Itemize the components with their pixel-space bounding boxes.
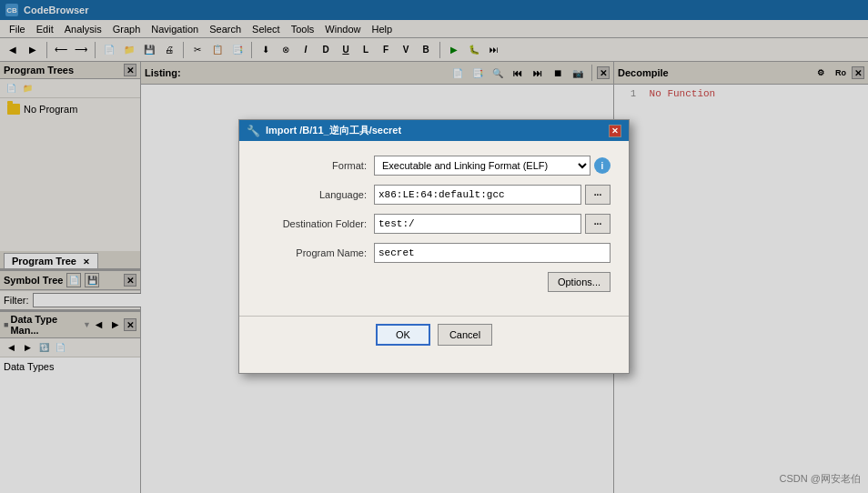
program-name-input[interactable] <box>374 243 611 263</box>
program-name-label: Program Name: <box>257 247 367 258</box>
format-select[interactable]: Executable and Linking Format (ELF) <box>374 156 590 176</box>
options-row: Options... <box>257 272 611 292</box>
format-select-wrapper: Executable and Linking Format (ELF) i <box>374 156 611 176</box>
dialog-title-bar: 🔧 Import /B/11_逆向工具/secret ✕ <box>239 120 629 141</box>
options-button[interactable]: Options... <box>548 272 611 292</box>
language-label: Language: <box>257 189 367 200</box>
format-info-button[interactable]: i <box>594 157 611 174</box>
cancel-button[interactable]: Cancel <box>438 324 492 346</box>
language-input[interactable] <box>374 185 581 205</box>
dialog-title: Import /B/11_逆向工具/secret <box>266 124 401 137</box>
destination-folder-input[interactable] <box>374 214 581 234</box>
format-label: Format: <box>257 160 367 171</box>
format-row: Format: Executable and Linking Format (E… <box>257 156 611 176</box>
language-row: Language: ··· <box>257 185 611 205</box>
destination-folder-browse-button[interactable]: ··· <box>585 214 611 234</box>
dialog-close-button[interactable]: ✕ <box>609 125 621 137</box>
destination-folder-label: Destination Folder: <box>257 218 367 229</box>
language-browse-button[interactable]: ··· <box>585 185 611 205</box>
import-dialog: 🔧 Import /B/11_逆向工具/secret ✕ Format: Exe… <box>238 119 630 374</box>
dialog-content: Format: Executable and Linking Format (E… <box>239 141 629 316</box>
ok-button[interactable]: OK <box>376 324 430 346</box>
destination-folder-row: Destination Folder: ··· <box>257 214 611 234</box>
dialog-overlay: 🔧 Import /B/11_逆向工具/secret ✕ Format: Exe… <box>0 0 868 493</box>
dialog-footer: OK Cancel <box>239 316 629 353</box>
program-name-row: Program Name: <box>257 243 611 263</box>
